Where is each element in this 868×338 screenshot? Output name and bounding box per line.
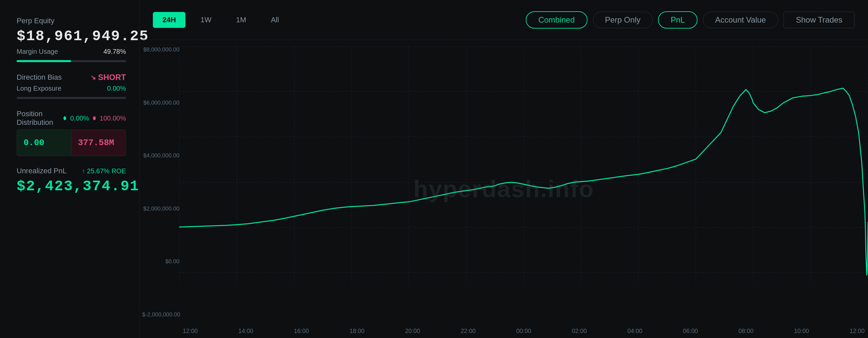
position-distribution-section: Position Distribution 0.00% 100.00% 0.00… bbox=[17, 109, 126, 156]
margin-progress-bg bbox=[17, 60, 126, 62]
x-axis-labels: 12:00 14:00 16:00 18:00 20:00 22:00 00:0… bbox=[180, 328, 868, 335]
chart-svg bbox=[180, 46, 868, 318]
short-badge: ↘ SHORT bbox=[90, 73, 126, 82]
pos-val-left: 0.00 bbox=[17, 130, 71, 156]
pos-dist-header: Position Distribution 0.00% 100.00% bbox=[17, 109, 126, 127]
show-trades-button[interactable]: Show Trades bbox=[784, 12, 855, 28]
mode-btn-combined[interactable]: Combined bbox=[526, 11, 587, 29]
roe-suffix: ROE bbox=[112, 167, 126, 175]
margin-usage-label: Margin Usage bbox=[17, 48, 58, 56]
time-btn-24h[interactable]: 24H bbox=[153, 12, 185, 28]
margin-usage-pct: 49.78% bbox=[103, 48, 126, 56]
mode-btn-account-value[interactable]: Account Value bbox=[703, 12, 778, 28]
y-label-6m: $6,000,000.00 bbox=[142, 100, 180, 106]
unrealized-label: Unrealized PnL bbox=[17, 167, 66, 175]
pos-val-right: 377.58M bbox=[71, 130, 126, 156]
x-label-1800: 18:00 bbox=[350, 328, 365, 335]
exposure-bar-bg bbox=[17, 97, 126, 99]
roe-up-icon: ↑ bbox=[82, 168, 85, 175]
x-label-1000: 10:00 bbox=[794, 328, 809, 335]
x-label-1400: 14:00 bbox=[238, 328, 253, 335]
perp-equity-label: Perp Equity bbox=[17, 16, 126, 25]
long-exposure-label: Long Exposure bbox=[17, 84, 61, 92]
x-label-2200: 22:00 bbox=[461, 328, 475, 335]
long-exposure-value: 0.00% bbox=[107, 84, 126, 92]
direction-row: Direction Bias ↘ SHORT bbox=[17, 73, 126, 82]
roe-badge: ↑ 25.67% ROE bbox=[82, 167, 126, 175]
unrealized-pnl-section: Unrealized PnL ↑ 25.67% ROE $2,423,374.9… bbox=[17, 167, 126, 195]
direction-bias-section: Direction Bias ↘ SHORT Long Exposure 0.0… bbox=[17, 73, 126, 99]
x-label-0400: 04:00 bbox=[627, 328, 642, 335]
time-btn-1m[interactable]: 1M bbox=[226, 12, 256, 28]
roe-value: 25.67% bbox=[87, 167, 110, 175]
pos-green-pct: 0.00% bbox=[70, 114, 89, 122]
y-label-2m: $2,000,000.00 bbox=[142, 205, 180, 212]
pos-dist-label: Position Distribution bbox=[17, 109, 60, 127]
chart-header: 24H 1W 1M All Combined Perp Only PnL Acc… bbox=[140, 0, 868, 40]
short-arrow-icon: ↘ bbox=[90, 73, 96, 81]
time-btn-all[interactable]: All bbox=[261, 12, 288, 28]
x-label-0600: 06:00 bbox=[683, 328, 698, 335]
direction-value: SHORT bbox=[98, 73, 126, 82]
y-axis-labels: $8,000,000.00 $6,000,000.00 $4,000,000.0… bbox=[140, 46, 180, 318]
x-label-1600: 16:00 bbox=[294, 328, 309, 335]
left-panel: Perp Equity $18,961,949.25 Margin Usage … bbox=[0, 0, 140, 338]
x-label-0000: 00:00 bbox=[516, 328, 531, 335]
dot-green-icon bbox=[63, 116, 66, 120]
x-label-1200b: 12:00 bbox=[850, 328, 865, 335]
x-label-0800: 08:00 bbox=[738, 328, 753, 335]
y-label-8m: $8,000,000.00 bbox=[142, 46, 180, 53]
long-exposure-row: Long Exposure 0.00% bbox=[17, 84, 126, 92]
unrealized-row: Unrealized PnL ↑ 25.67% ROE bbox=[17, 167, 126, 175]
x-label-1200a: 12:00 bbox=[183, 328, 198, 335]
x-label-2000: 20:00 bbox=[405, 328, 420, 335]
y-label-4m: $4,000,000.00 bbox=[142, 153, 180, 159]
margin-progress-fill bbox=[17, 60, 71, 62]
perp-equity-section: Perp Equity $18,961,949.25 Margin Usage … bbox=[17, 16, 126, 62]
dot-pink-icon bbox=[93, 116, 96, 120]
x-label-0200: 02:00 bbox=[572, 328, 587, 335]
time-btn-1w[interactable]: 1W bbox=[191, 12, 221, 28]
margin-usage-row: Margin Usage 49.78% bbox=[17, 48, 126, 56]
right-panel: 24H 1W 1M All Combined Perp Only PnL Acc… bbox=[140, 0, 868, 338]
y-label-neg2m: $-2,000,000.00 bbox=[142, 311, 180, 318]
chart-area: $8,000,000.00 $6,000,000.00 $4,000,000.0… bbox=[140, 40, 868, 338]
mode-btn-perp-only[interactable]: Perp Only bbox=[593, 12, 653, 28]
y-label-0: $0.00 bbox=[142, 258, 180, 265]
pos-dist-values: 0.00 377.58M bbox=[17, 130, 126, 156]
unrealized-value: $2,423,374.91 bbox=[17, 178, 126, 195]
mode-btn-pnl[interactable]: PnL bbox=[658, 11, 698, 29]
direction-bias-label: Direction Bias bbox=[17, 73, 62, 82]
pos-pink-pct: 100.00% bbox=[100, 114, 126, 122]
perp-equity-value: $18,961,949.25 bbox=[17, 28, 126, 44]
